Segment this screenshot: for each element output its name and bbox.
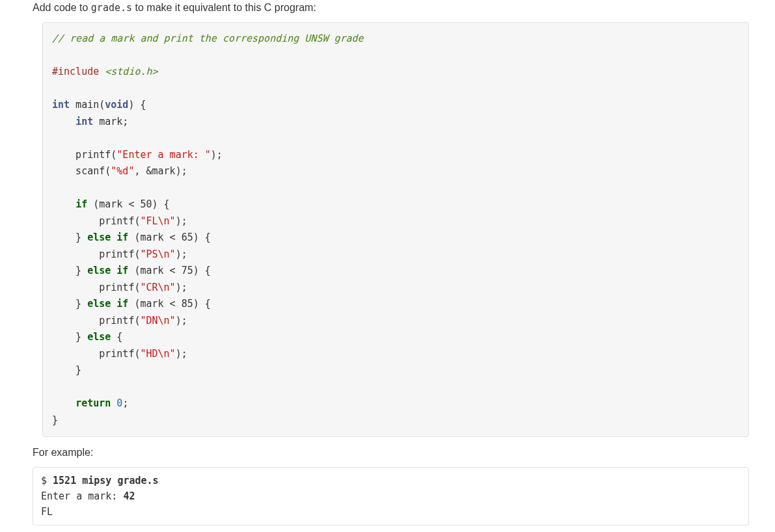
else-kw-3: else: [87, 298, 111, 310]
decl-type: int: [75, 116, 93, 127]
code-comment: // read a mark and print the correspondi…: [52, 33, 364, 44]
else-kw-1: else: [87, 232, 111, 243]
close5: );: [176, 315, 187, 326]
elif1-brace: }: [52, 232, 87, 243]
elif2-brace: }: [52, 265, 87, 276]
include-keyword: #include: [52, 66, 99, 77]
intro-prefix: Add code to: [33, 2, 91, 13]
dn-string: "DN\n": [140, 315, 175, 326]
main-close: }: [52, 414, 58, 426]
scan-arg: , &mark);: [134, 165, 187, 177]
term-line3: FL: [41, 506, 53, 518]
printf-ps-open: printf(: [52, 248, 140, 260]
terminal-block: $ 1521 mipsy grade.s Enter a mark: 42 FL: [33, 467, 749, 525]
printf-call-1: printf(: [52, 149, 116, 161]
else-brace: }: [52, 331, 87, 343]
if-kw-3: if: [116, 298, 128, 310]
include-header: <stdio.h>: [105, 66, 157, 77]
term-prompt: $: [41, 475, 47, 486]
printf-cr-open: printf(: [52, 282, 140, 293]
printf-dn-open: printf(: [52, 315, 140, 326]
if-close: }: [52, 364, 81, 376]
example-label: For example:: [33, 445, 749, 460]
type-int: int: [52, 99, 70, 111]
void-kw: void: [105, 99, 128, 111]
elif3-cond: (mark < 85) {: [128, 298, 210, 310]
intro-suffix: to make it equivalent to this C program:: [132, 2, 316, 13]
prompt-string: "Enter a mark: ": [116, 149, 211, 161]
close3: );: [176, 248, 187, 260]
close1: );: [211, 149, 223, 161]
return-semi: ;: [122, 397, 128, 409]
term-line2-prefix: Enter a mark:: [41, 490, 123, 502]
if-kw: if: [75, 198, 87, 210]
printf-hd-open: printf(: [52, 348, 140, 360]
elif1-cond: (mark < 65) {: [128, 232, 210, 243]
scanf-call: scanf(: [52, 165, 111, 177]
close2: );: [176, 215, 187, 227]
if-kw-1: if: [116, 232, 128, 243]
if-cond: (mark < 50) {: [87, 198, 169, 210]
c-code-block: // read a mark and print the correspondi…: [42, 22, 749, 437]
intro-text: Add code to grade.s to make it equivalen…: [33, 0, 749, 16]
fl-string: "FL\n": [140, 215, 175, 227]
else-kw-4: else: [87, 331, 111, 343]
close6: );: [176, 348, 187, 360]
ps-string: "PS\n": [140, 248, 175, 260]
printf-fl-open: printf(: [52, 215, 140, 227]
hd-string: "HD\n": [140, 348, 175, 360]
cr-string: "CR\n": [140, 282, 175, 293]
if-kw-2: if: [116, 265, 128, 276]
return-kw: return: [75, 397, 111, 409]
else-kw-2: else: [87, 265, 111, 276]
decl-rest: mark;: [93, 116, 128, 127]
intro-filename: grade.s: [91, 2, 132, 14]
elif2-cond: (mark < 75) {: [128, 265, 210, 276]
term-command: 1521 mipsy grade.s: [47, 475, 159, 486]
close4: );: [176, 282, 187, 293]
term-line2-input: 42: [123, 490, 135, 502]
else-open: {: [111, 331, 122, 343]
main-sig-1: main(: [70, 99, 105, 111]
main-sig-2: ) {: [128, 99, 146, 111]
elif3-brace: }: [52, 298, 87, 310]
scan-fmt: "%d": [111, 165, 134, 177]
